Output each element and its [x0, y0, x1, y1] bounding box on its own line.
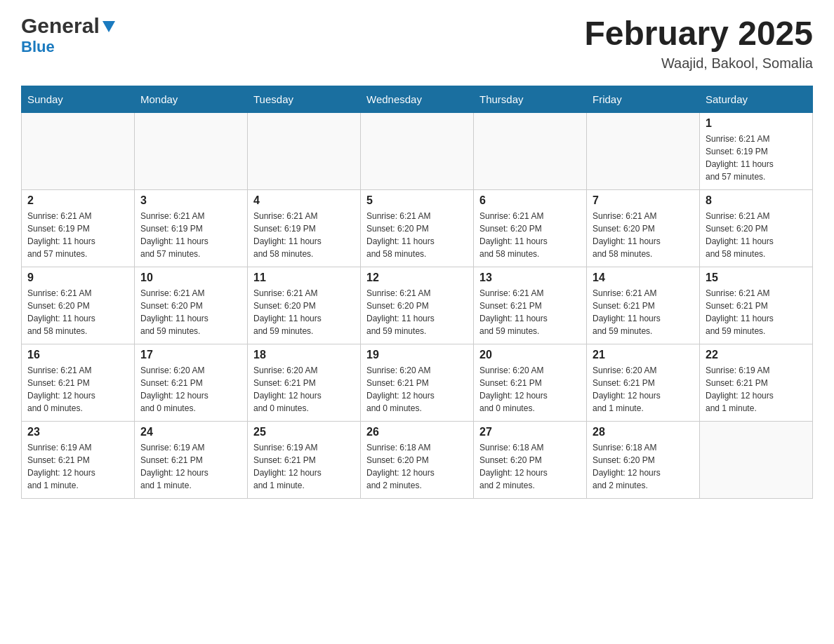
day-number: 12	[366, 271, 468, 284]
title-section: February 2025 Waajid, Bakool, Somalia	[584, 14, 813, 72]
day-number: 2	[27, 194, 128, 207]
day-info: Sunrise: 6:20 AMSunset: 6:21 PMDaylight:…	[479, 364, 581, 415]
day-info: Sunrise: 6:19 AMSunset: 6:21 PMDaylight:…	[253, 441, 355, 492]
calendar-day-header: Sunday	[22, 86, 135, 113]
day-number: 27	[479, 426, 581, 438]
day-number: 8	[706, 194, 807, 207]
day-info: Sunrise: 6:21 AMSunset: 6:21 PMDaylight:…	[479, 287, 581, 337]
day-number: 21	[593, 349, 694, 361]
calendar-day-cell: 6Sunrise: 6:21 AMSunset: 6:20 PMDaylight…	[474, 190, 587, 267]
calendar-day-cell: 15Sunrise: 6:21 AMSunset: 6:21 PMDayligh…	[700, 267, 813, 344]
day-info: Sunrise: 6:21 AMSunset: 6:20 PMDaylight:…	[140, 287, 241, 337]
location: Waajid, Bakool, Somalia	[584, 55, 813, 72]
day-info: Sunrise: 6:21 AMSunset: 6:20 PMDaylight:…	[27, 287, 128, 337]
day-info: Sunrise: 6:21 AMSunset: 6:20 PMDaylight:…	[706, 210, 807, 260]
day-number: 14	[593, 271, 694, 284]
calendar-day-cell: 28Sunrise: 6:18 AMSunset: 6:20 PMDayligh…	[587, 422, 700, 499]
calendar-day-cell: 21Sunrise: 6:20 AMSunset: 6:21 PMDayligh…	[587, 344, 700, 422]
calendar-week-row: 16Sunrise: 6:21 AMSunset: 6:21 PMDayligh…	[22, 344, 813, 422]
day-info: Sunrise: 6:21 AMSunset: 6:19 PMDaylight:…	[27, 210, 128, 260]
calendar-day-cell: 26Sunrise: 6:18 AMSunset: 6:20 PMDayligh…	[361, 422, 474, 499]
day-info: Sunrise: 6:18 AMSunset: 6:20 PMDaylight:…	[366, 441, 468, 492]
day-number: 24	[140, 426, 241, 438]
calendar-day-cell: 23Sunrise: 6:19 AMSunset: 6:21 PMDayligh…	[22, 422, 135, 499]
calendar-day-cell: 8Sunrise: 6:21 AMSunset: 6:20 PMDaylight…	[700, 190, 813, 267]
calendar-day-cell	[135, 113, 248, 190]
calendar-day-cell: 13Sunrise: 6:21 AMSunset: 6:21 PMDayligh…	[474, 267, 587, 344]
day-info: Sunrise: 6:21 AMSunset: 6:21 PMDaylight:…	[27, 364, 128, 415]
day-number: 20	[479, 349, 581, 361]
calendar-day-cell: 10Sunrise: 6:21 AMSunset: 6:20 PMDayligh…	[135, 267, 248, 344]
day-info: Sunrise: 6:21 AMSunset: 6:20 PMDaylight:…	[479, 210, 581, 260]
day-number: 3	[140, 194, 241, 207]
calendar-day-cell: 5Sunrise: 6:21 AMSunset: 6:20 PMDaylight…	[361, 190, 474, 267]
day-info: Sunrise: 6:21 AMSunset: 6:20 PMDaylight:…	[253, 287, 355, 337]
day-info: Sunrise: 6:19 AMSunset: 6:21 PMDaylight:…	[140, 441, 241, 492]
calendar-day-header: Thursday	[474, 86, 587, 113]
calendar-day-cell	[248, 113, 361, 190]
calendar-table: SundayMondayTuesdayWednesdayThursdayFrid…	[21, 86, 813, 499]
day-info: Sunrise: 6:20 AMSunset: 6:21 PMDaylight:…	[140, 364, 241, 415]
day-number: 9	[27, 271, 128, 284]
day-number: 18	[253, 349, 355, 361]
calendar-day-cell: 22Sunrise: 6:19 AMSunset: 6:21 PMDayligh…	[700, 344, 813, 422]
day-info: Sunrise: 6:21 AMSunset: 6:19 PMDaylight:…	[706, 133, 807, 183]
calendar-day-header: Tuesday	[248, 86, 361, 113]
calendar-day-cell	[700, 422, 813, 499]
day-number: 10	[140, 271, 241, 284]
day-number: 28	[593, 426, 694, 438]
day-info: Sunrise: 6:21 AMSunset: 6:19 PMDaylight:…	[253, 210, 355, 260]
day-info: Sunrise: 6:21 AMSunset: 6:20 PMDaylight:…	[593, 210, 694, 260]
calendar-day-cell: 20Sunrise: 6:20 AMSunset: 6:21 PMDayligh…	[474, 344, 587, 422]
day-info: Sunrise: 6:18 AMSunset: 6:20 PMDaylight:…	[479, 441, 581, 492]
day-info: Sunrise: 6:21 AMSunset: 6:21 PMDaylight:…	[593, 287, 694, 337]
calendar-day-cell: 9Sunrise: 6:21 AMSunset: 6:20 PMDaylight…	[22, 267, 135, 344]
calendar-day-header: Friday	[587, 86, 700, 113]
calendar-day-cell: 3Sunrise: 6:21 AMSunset: 6:19 PMDaylight…	[135, 190, 248, 267]
calendar-day-header: Saturday	[700, 86, 813, 113]
calendar-day-cell	[361, 113, 474, 190]
day-info: Sunrise: 6:21 AMSunset: 6:20 PMDaylight:…	[366, 210, 468, 260]
day-number: 6	[479, 194, 581, 207]
calendar-day-cell: 27Sunrise: 6:18 AMSunset: 6:20 PMDayligh…	[474, 422, 587, 499]
day-number: 7	[593, 194, 694, 207]
calendar-day-cell: 25Sunrise: 6:19 AMSunset: 6:21 PMDayligh…	[248, 422, 361, 499]
calendar-day-cell: 2Sunrise: 6:21 AMSunset: 6:19 PMDaylight…	[22, 190, 135, 267]
day-number: 19	[366, 349, 468, 361]
calendar-day-cell	[474, 113, 587, 190]
calendar-day-cell: 16Sunrise: 6:21 AMSunset: 6:21 PMDayligh…	[22, 344, 135, 422]
calendar-day-cell: 4Sunrise: 6:21 AMSunset: 6:19 PMDaylight…	[248, 190, 361, 267]
calendar-day-cell: 19Sunrise: 6:20 AMSunset: 6:21 PMDayligh…	[361, 344, 474, 422]
day-info: Sunrise: 6:20 AMSunset: 6:21 PMDaylight:…	[253, 364, 355, 415]
calendar-day-cell	[587, 113, 700, 190]
day-info: Sunrise: 6:20 AMSunset: 6:21 PMDaylight:…	[593, 364, 694, 415]
calendar-day-cell: 14Sunrise: 6:21 AMSunset: 6:21 PMDayligh…	[587, 267, 700, 344]
day-number: 5	[366, 194, 468, 207]
day-number: 17	[140, 349, 241, 361]
calendar-week-row: 9Sunrise: 6:21 AMSunset: 6:20 PMDaylight…	[22, 267, 813, 344]
day-number: 22	[706, 349, 807, 361]
calendar-day-cell: 12Sunrise: 6:21 AMSunset: 6:20 PMDayligh…	[361, 267, 474, 344]
day-info: Sunrise: 6:19 AMSunset: 6:21 PMDaylight:…	[27, 441, 128, 492]
calendar-day-cell: 7Sunrise: 6:21 AMSunset: 6:20 PMDaylight…	[587, 190, 700, 267]
day-info: Sunrise: 6:20 AMSunset: 6:21 PMDaylight:…	[366, 364, 468, 415]
calendar-day-cell: 24Sunrise: 6:19 AMSunset: 6:21 PMDayligh…	[135, 422, 248, 499]
logo: General Blue	[21, 14, 117, 56]
calendar-week-row: 1Sunrise: 6:21 AMSunset: 6:19 PMDaylight…	[22, 113, 813, 190]
day-number: 23	[27, 426, 128, 438]
day-number: 25	[253, 426, 355, 438]
calendar-week-row: 23Sunrise: 6:19 AMSunset: 6:21 PMDayligh…	[22, 422, 813, 499]
day-number: 11	[253, 271, 355, 284]
calendar-day-cell: 11Sunrise: 6:21 AMSunset: 6:20 PMDayligh…	[248, 267, 361, 344]
calendar-day-cell	[22, 113, 135, 190]
logo-blue-text: Blue	[21, 38, 55, 55]
calendar-day-cell: 18Sunrise: 6:20 AMSunset: 6:21 PMDayligh…	[248, 344, 361, 422]
day-number: 16	[27, 349, 128, 361]
page-header: General Blue February 2025 Waajid, Bakoo…	[21, 14, 813, 72]
day-number: 15	[706, 271, 807, 284]
calendar-day-cell: 1Sunrise: 6:21 AMSunset: 6:19 PMDaylight…	[700, 113, 813, 190]
calendar-week-row: 2Sunrise: 6:21 AMSunset: 6:19 PMDaylight…	[22, 190, 813, 267]
logo-general-text: General	[21, 14, 100, 38]
day-number: 26	[366, 426, 468, 438]
day-info: Sunrise: 6:19 AMSunset: 6:21 PMDaylight:…	[706, 364, 807, 415]
